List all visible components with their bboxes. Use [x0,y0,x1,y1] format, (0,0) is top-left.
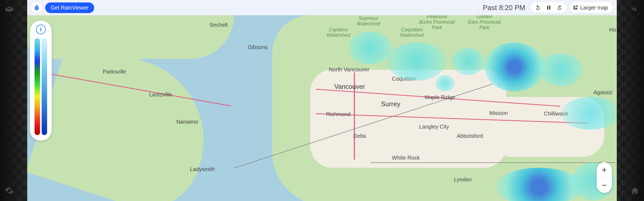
city-label: Gibsons [248,44,268,50]
playback-controls [531,2,567,13]
frame-shade-left [0,0,27,201]
precip-cell [484,42,544,92]
city-label: Nanaimo [176,119,198,125]
top-bar: Get RainViewer Past 8:20 PM Larger map [27,0,617,15]
city-label: North Vancouver [329,66,369,73]
step-back-icon [535,5,541,11]
step-back-button[interactable] [533,3,543,13]
city-label: Surrey [381,100,400,108]
home-icon[interactable] [629,185,640,196]
city-label: Maple Ridge [425,94,455,100]
pause-icon [546,5,552,11]
legend-bars [33,38,49,135]
rainviewer-logo[interactable] [31,2,42,13]
city-label: Vancouver [334,83,365,90]
city-label: White Rock [392,155,420,161]
frame-shade-right [617,0,644,201]
city-label: Sechelt [210,22,228,28]
legend-info-button[interactable]: i [36,25,46,34]
precip-cell [452,48,484,75]
city-label: Ho [609,27,616,33]
park-label: PineconeBurke ProvincialPark [419,15,455,30]
city-label: Mission [489,110,508,116]
park-label: GoldenEars ProvincialPark [468,15,501,30]
city-label: Langley City [419,124,449,130]
time-label: Past 8:20 PM [483,4,525,12]
step-forward-button[interactable] [555,3,565,13]
precip-cell [387,42,446,81]
city-label: Lantzville [149,92,172,98]
precip-cell [561,97,617,130]
precip-cell [348,32,392,64]
time-prefix: Past [483,4,497,12]
zoom-controls: + − [597,162,612,193]
intensity-legend: i [30,21,52,141]
city-label: Lynden [454,176,472,183]
city-label: Richmond [326,111,351,117]
park-label: CapilanoWatershed [327,27,350,38]
city-label: Delta [353,133,366,139]
zoom-in-button[interactable]: + [597,162,612,178]
legend-snow-scale [42,38,47,135]
zoom-out-button[interactable]: − [597,178,612,193]
city-label: Agassiz [593,89,612,96]
get-rainviewer-button[interactable]: Get RainViewer [45,2,94,13]
settings-icon[interactable] [4,185,15,196]
help-icon[interactable] [4,5,15,16]
tools-icon[interactable] [629,5,640,16]
time-value: 8:20 PM [499,4,525,12]
city-label: Abbotsford [457,133,483,139]
map-panel: Get RainViewer Past 8:20 PM Larger map [27,0,617,201]
step-forward-icon [557,5,563,11]
legend-rain-scale [35,38,40,135]
park-label: SeymourWatershed [357,16,380,27]
larger-map-button[interactable]: Larger map [569,2,613,13]
precip-cell [436,75,455,92]
city-label: Parksville [103,69,126,75]
map-area[interactable]: CapilanoWatershedSeymourWatershedCoquitl… [27,15,617,201]
external-link-icon [573,5,578,10]
city-label: Ladysmith [190,166,215,172]
precip-cell [539,53,582,86]
larger-map-label: Larger map [580,5,608,11]
pause-button[interactable] [544,3,554,13]
